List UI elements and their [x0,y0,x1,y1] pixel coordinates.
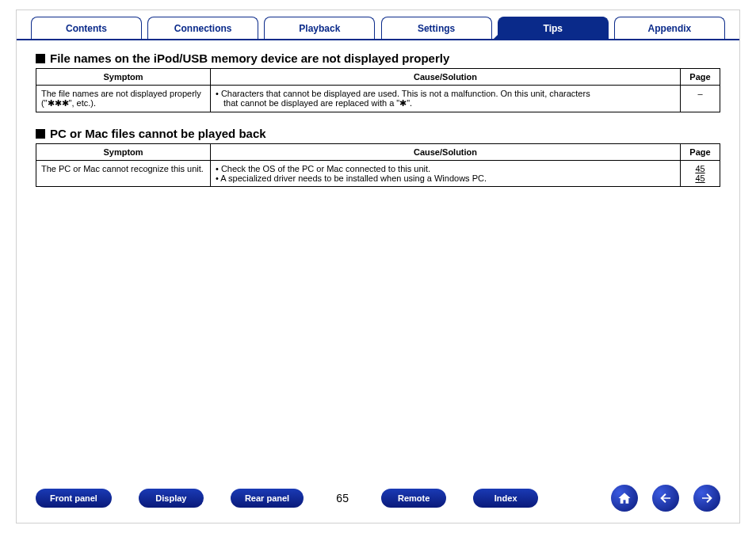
cause-line-cont: that cannot be displayed are replaced wi… [216,98,675,109]
tab-tips[interactable]: Tips [498,17,609,39]
cause-line: Check the OS of the PC or Mac connected … [216,164,430,173]
square-bullet-icon [36,54,45,63]
header-page: Page [681,144,720,161]
footer-bar: Front panel Display Rear panel 65 Remote… [17,477,739,523]
cell-symptom: The PC or Mac cannot recognize this unit… [36,161,211,187]
page-number: 65 [330,492,354,504]
rear-panel-button[interactable]: Rear panel [231,489,304,508]
top-tabs: Contents Connections Playback Settings T… [17,10,739,40]
header-symptom: Symptom [36,144,211,161]
cause-line: A specialized driver needs to be install… [216,173,487,183]
arrow-right-icon [700,491,714,505]
home-icon [617,491,632,505]
section2-table: Symptom Cause/Solution Page The PC or Ma… [36,143,720,187]
cell-cause: Characters that cannot be displayed are … [211,86,681,112]
prev-button[interactable] [652,485,679,512]
index-button[interactable]: Index [473,489,538,508]
home-button[interactable] [611,485,638,512]
remote-button[interactable]: Remote [381,489,446,508]
table-row: The PC or Mac cannot recognize this unit… [36,161,720,187]
page-frame: Contents Connections Playback Settings T… [16,10,740,523]
cell-page: – [681,86,720,112]
header-cause: Cause/Solution [211,144,681,161]
table-header-row: Symptom Cause/Solution Page [36,144,720,161]
tab-playback[interactable]: Playback [264,17,375,39]
header-cause: Cause/Solution [211,69,681,86]
tab-connections[interactable]: Connections [147,17,258,39]
nav-icons [611,485,720,512]
section1-table: Symptom Cause/Solution Page The file nam… [36,68,720,112]
cell-page: 45 45 [681,161,720,187]
page-link[interactable]: 45 [685,173,715,183]
next-button[interactable] [693,485,720,512]
header-page: Page [681,69,720,86]
front-panel-button[interactable]: Front panel [36,489,112,508]
square-bullet-icon [36,129,45,139]
tab-settings[interactable]: Settings [381,17,492,39]
page-link[interactable]: 45 [685,164,715,173]
page-content: File names on the iPod/USB memory device… [17,40,739,477]
header-symptom: Symptom [36,69,211,86]
cell-cause: Check the OS of the PC or Mac connected … [211,161,681,187]
section2-title: PC or Mac files cannot be played back [36,127,720,140]
table-header-row: Symptom Cause/Solution Page [36,69,720,86]
cell-symptom: The file names are not displayed properl… [36,86,211,112]
arrow-left-icon [659,491,673,505]
tab-appendix[interactable]: Appendix [614,17,725,39]
display-button[interactable]: Display [139,489,204,508]
cause-line: Characters that cannot be displayed are … [216,89,590,98]
tab-contents[interactable]: Contents [31,17,142,39]
table-row: The file names are not displayed properl… [36,86,720,112]
section1-title: File names on the iPod/USB memory device… [36,51,720,65]
